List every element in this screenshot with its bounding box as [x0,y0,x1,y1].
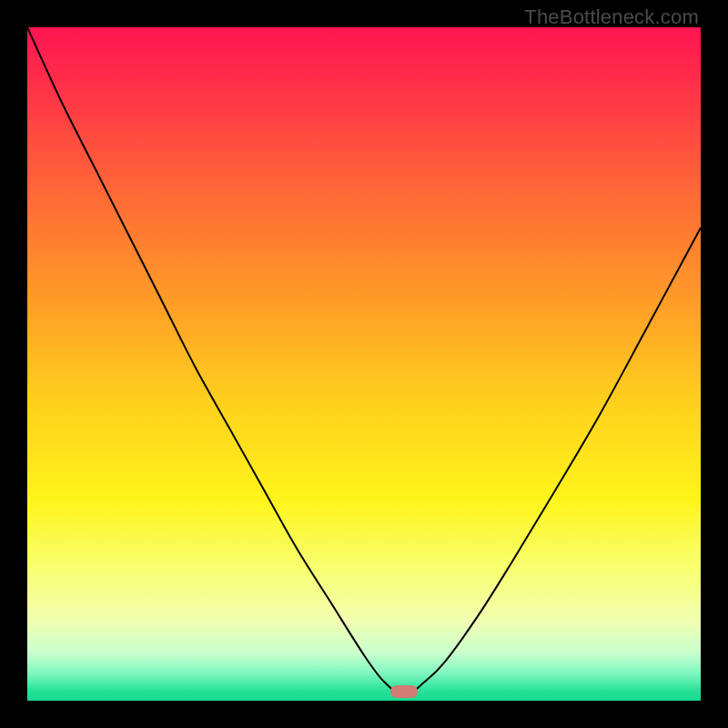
watermark-text: TheBottleneck.com [524,5,699,29]
optimal-point-marker [390,685,418,698]
svg-rect-0 [27,27,701,701]
plot-frame [27,27,701,701]
heatmap-gradient-background [27,27,701,701]
